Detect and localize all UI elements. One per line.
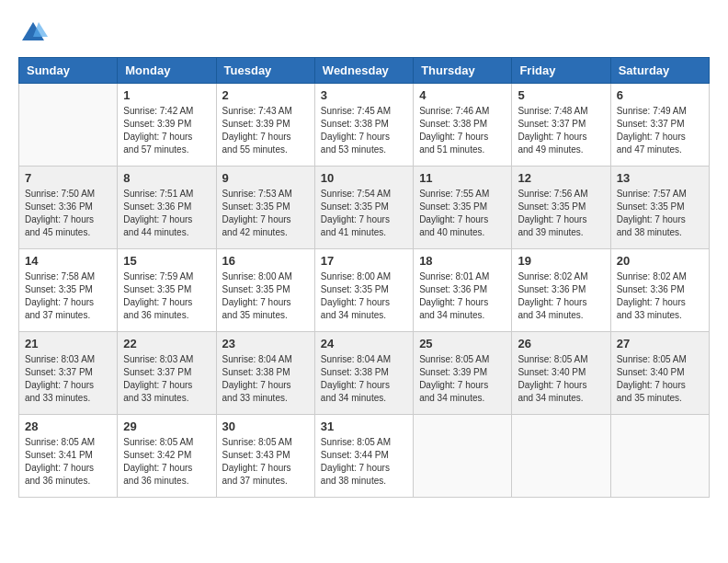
day-info: Sunrise: 7:45 AM Sunset: 3:38 PM Dayligh… (321, 105, 407, 156)
day-number: 25 (419, 337, 506, 350)
day-info: Sunrise: 7:53 AM Sunset: 3:35 PM Dayligh… (222, 188, 309, 239)
calendar-cell: 16Sunrise: 8:00 AM Sunset: 3:35 PM Dayli… (216, 249, 314, 332)
calendar-cell: 18Sunrise: 8:01 AM Sunset: 3:36 PM Dayli… (414, 249, 512, 332)
calendar-cell: 25Sunrise: 8:05 AM Sunset: 3:39 PM Dayli… (414, 332, 512, 415)
day-number: 31 (321, 419, 407, 433)
calendar-cell: 27Sunrise: 8:05 AM Sunset: 3:40 PM Dayli… (610, 332, 709, 415)
calendar-cell: 12Sunrise: 7:56 AM Sunset: 3:35 PM Dayli… (512, 167, 610, 249)
day-info: Sunrise: 7:54 AM Sunset: 3:35 PM Dayligh… (321, 188, 407, 239)
day-info: Sunrise: 8:05 AM Sunset: 3:44 PM Dayligh… (321, 436, 407, 488)
day-number: 23 (222, 337, 309, 350)
calendar-cell (19, 84, 118, 167)
calendar-cell: 4Sunrise: 7:46 AM Sunset: 3:38 PM Daylig… (414, 84, 512, 167)
calendar-cell: 23Sunrise: 8:04 AM Sunset: 3:38 PM Dayli… (216, 332, 314, 415)
calendar-cell: 15Sunrise: 7:59 AM Sunset: 3:35 PM Dayli… (118, 249, 216, 332)
generalblue-icon (18, 18, 48, 48)
day-number: 1 (123, 88, 210, 102)
day-number: 2 (222, 88, 309, 102)
day-number: 18 (419, 254, 506, 268)
calendar-cell: 1Sunrise: 7:42 AM Sunset: 3:39 PM Daylig… (118, 84, 216, 167)
day-number: 24 (321, 337, 407, 350)
calendar-cell: 28Sunrise: 8:05 AM Sunset: 3:41 PM Dayli… (19, 415, 118, 498)
calendar-header-row: SundayMondayTuesdayWednesdayThursdayFrid… (19, 58, 710, 84)
day-info: Sunrise: 8:04 AM Sunset: 3:38 PM Dayligh… (321, 353, 407, 405)
day-info: Sunrise: 7:48 AM Sunset: 3:37 PM Dayligh… (518, 105, 604, 156)
day-number: 19 (518, 254, 604, 268)
weekday-header-tuesday: Tuesday (216, 58, 314, 84)
calendar-week-row: 28Sunrise: 8:05 AM Sunset: 3:41 PM Dayli… (19, 415, 710, 498)
calendar-cell: 9Sunrise: 7:53 AM Sunset: 3:35 PM Daylig… (216, 167, 314, 249)
day-info: Sunrise: 7:59 AM Sunset: 3:35 PM Dayligh… (123, 270, 210, 322)
day-number: 17 (321, 254, 407, 268)
day-info: Sunrise: 8:03 AM Sunset: 3:37 PM Dayligh… (25, 353, 111, 405)
calendar-cell: 17Sunrise: 8:00 AM Sunset: 3:35 PM Dayli… (314, 249, 413, 332)
day-number: 3 (321, 88, 407, 102)
day-info: Sunrise: 7:56 AM Sunset: 3:35 PM Dayligh… (518, 188, 604, 239)
calendar-cell: 24Sunrise: 8:04 AM Sunset: 3:38 PM Dayli… (314, 332, 413, 415)
calendar-cell: 31Sunrise: 8:05 AM Sunset: 3:44 PM Dayli… (314, 415, 413, 498)
day-info: Sunrise: 7:51 AM Sunset: 3:36 PM Dayligh… (123, 188, 210, 239)
day-info: Sunrise: 7:58 AM Sunset: 3:35 PM Dayligh… (25, 270, 111, 322)
day-number: 22 (123, 337, 210, 350)
day-number: 7 (25, 171, 111, 185)
day-info: Sunrise: 7:57 AM Sunset: 3:35 PM Dayligh… (617, 188, 703, 239)
day-info: Sunrise: 7:43 AM Sunset: 3:39 PM Dayligh… (222, 105, 309, 156)
day-info: Sunrise: 8:03 AM Sunset: 3:37 PM Dayligh… (123, 353, 210, 405)
day-number: 29 (123, 419, 210, 433)
day-number: 10 (321, 171, 407, 185)
calendar-cell: 26Sunrise: 8:05 AM Sunset: 3:40 PM Dayli… (512, 332, 610, 415)
calendar-cell: 14Sunrise: 7:58 AM Sunset: 3:35 PM Dayli… (19, 249, 118, 332)
calendar-cell (512, 415, 610, 498)
weekday-header-monday: Monday (118, 58, 216, 84)
calendar-cell (414, 415, 512, 498)
weekday-header-saturday: Saturday (610, 58, 709, 84)
day-info: Sunrise: 8:05 AM Sunset: 3:40 PM Dayligh… (518, 353, 604, 405)
weekday-header-friday: Friday (512, 58, 610, 84)
weekday-header-thursday: Thursday (414, 58, 512, 84)
calendar-cell: 22Sunrise: 8:03 AM Sunset: 3:37 PM Dayli… (118, 332, 216, 415)
day-info: Sunrise: 7:55 AM Sunset: 3:35 PM Dayligh… (419, 188, 506, 239)
calendar-cell: 7Sunrise: 7:50 AM Sunset: 3:36 PM Daylig… (19, 167, 118, 249)
calendar-cell: 3Sunrise: 7:45 AM Sunset: 3:38 PM Daylig… (314, 84, 413, 167)
day-number: 14 (25, 254, 111, 268)
day-info: Sunrise: 8:02 AM Sunset: 3:36 PM Dayligh… (617, 270, 703, 322)
calendar-cell: 8Sunrise: 7:51 AM Sunset: 3:36 PM Daylig… (118, 167, 216, 249)
day-info: Sunrise: 8:05 AM Sunset: 3:39 PM Dayligh… (419, 353, 506, 405)
day-number: 9 (222, 171, 309, 185)
calendar-cell (610, 415, 709, 498)
calendar-cell: 20Sunrise: 8:02 AM Sunset: 3:36 PM Dayli… (610, 249, 709, 332)
day-number: 13 (617, 171, 703, 185)
calendar-cell: 29Sunrise: 8:05 AM Sunset: 3:42 PM Dayli… (118, 415, 216, 498)
calendar-cell: 19Sunrise: 8:02 AM Sunset: 3:36 PM Dayli… (512, 249, 610, 332)
day-info: Sunrise: 8:05 AM Sunset: 3:41 PM Dayligh… (25, 436, 111, 488)
calendar-cell: 5Sunrise: 7:48 AM Sunset: 3:37 PM Daylig… (512, 84, 610, 167)
day-number: 28 (25, 419, 111, 433)
day-info: Sunrise: 8:00 AM Sunset: 3:35 PM Dayligh… (222, 270, 309, 322)
day-info: Sunrise: 8:00 AM Sunset: 3:35 PM Dayligh… (321, 270, 407, 322)
day-number: 5 (518, 88, 604, 102)
day-info: Sunrise: 7:49 AM Sunset: 3:37 PM Dayligh… (617, 105, 703, 156)
calendar-cell: 13Sunrise: 7:57 AM Sunset: 3:35 PM Dayli… (610, 167, 709, 249)
calendar-week-row: 7Sunrise: 7:50 AM Sunset: 3:36 PM Daylig… (19, 167, 710, 249)
day-number: 4 (419, 88, 506, 102)
day-number: 20 (617, 254, 703, 268)
day-number: 21 (25, 337, 111, 350)
day-info: Sunrise: 7:46 AM Sunset: 3:38 PM Dayligh… (419, 105, 506, 156)
day-number: 11 (419, 171, 506, 185)
calendar-cell: 10Sunrise: 7:54 AM Sunset: 3:35 PM Dayli… (314, 167, 413, 249)
day-number: 15 (123, 254, 210, 268)
calendar-week-row: 1Sunrise: 7:42 AM Sunset: 3:39 PM Daylig… (19, 84, 710, 167)
calendar-week-row: 14Sunrise: 7:58 AM Sunset: 3:35 PM Dayli… (19, 249, 710, 332)
day-info: Sunrise: 8:05 AM Sunset: 3:43 PM Dayligh… (222, 436, 309, 488)
day-number: 30 (222, 419, 309, 433)
weekday-header-wednesday: Wednesday (314, 58, 413, 84)
page-header (18, 18, 710, 48)
day-info: Sunrise: 8:02 AM Sunset: 3:36 PM Dayligh… (518, 270, 604, 322)
day-info: Sunrise: 8:04 AM Sunset: 3:38 PM Dayligh… (222, 353, 309, 405)
calendar-cell: 2Sunrise: 7:43 AM Sunset: 3:39 PM Daylig… (216, 84, 314, 167)
day-number: 27 (617, 337, 703, 350)
calendar-week-row: 21Sunrise: 8:03 AM Sunset: 3:37 PM Dayli… (19, 332, 710, 415)
day-number: 26 (518, 337, 604, 350)
calendar-cell: 6Sunrise: 7:49 AM Sunset: 3:37 PM Daylig… (610, 84, 709, 167)
day-info: Sunrise: 8:05 AM Sunset: 3:40 PM Dayligh… (617, 353, 703, 405)
